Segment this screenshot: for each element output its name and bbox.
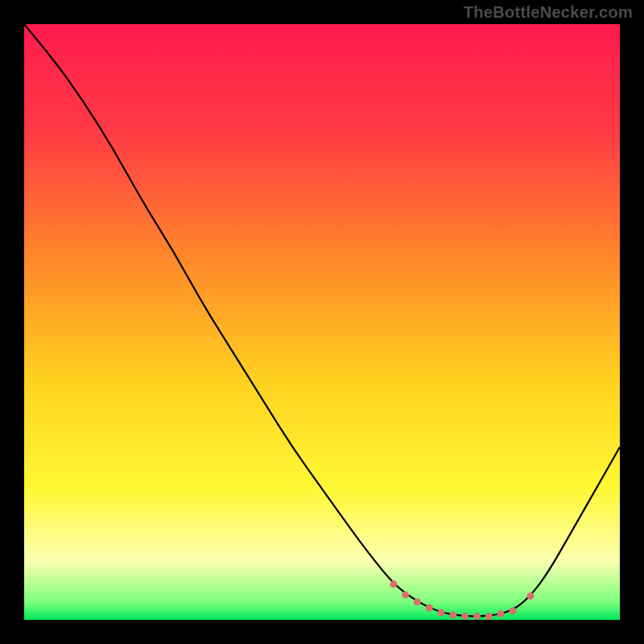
optimum-marker	[390, 580, 397, 588]
optimum-marker	[402, 591, 409, 598]
optimum-marker	[485, 613, 493, 620]
optimum-marker	[414, 598, 421, 605]
optimum-marker	[438, 609, 445, 617]
watermark-text: TheBottleNecker.com	[464, 3, 633, 22]
chart-frame: TheBottleNecker.com	[0, 0, 644, 644]
optimum-marker	[426, 605, 433, 612]
optimum-marker	[473, 613, 481, 620]
gradient-background	[24, 24, 620, 620]
optimum-marker	[449, 612, 456, 619]
optimum-marker	[509, 607, 516, 614]
optimum-marker	[461, 613, 469, 620]
plot-area	[24, 24, 620, 620]
optimum-marker	[497, 610, 505, 617]
optimum-marker	[527, 592, 535, 600]
bottleneck-curve-chart	[24, 24, 620, 620]
